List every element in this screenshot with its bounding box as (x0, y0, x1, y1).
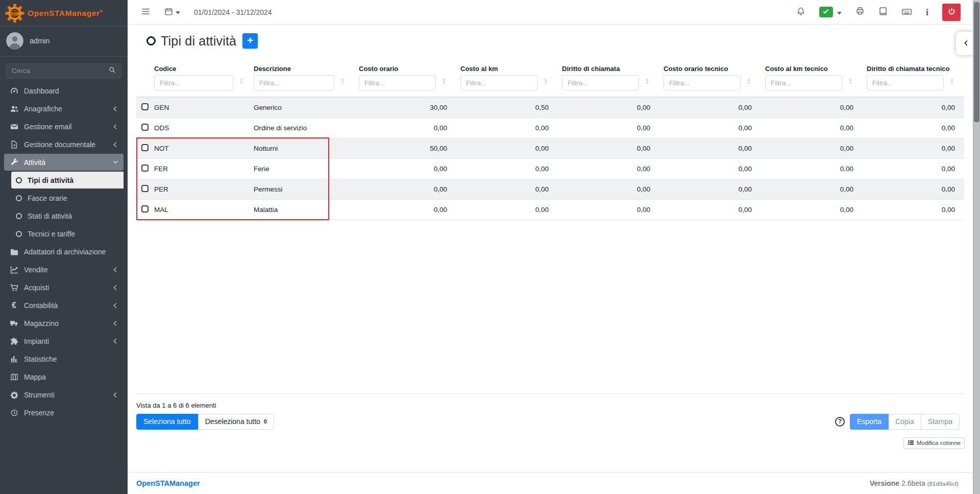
sidebar-link[interactable]: Gestione email (4, 118, 124, 135)
filter-input-diritto-di-chiamata[interactable] (562, 75, 639, 90)
column-header-costo-orario-tecnico[interactable]: Costo orario tecnico (659, 62, 761, 74)
sidebar-link[interactable]: Vendite (4, 261, 124, 278)
chevron-down-icon (112, 159, 119, 166)
sort-arrows[interactable]: ▲▼ (544, 78, 548, 85)
status-dropdown[interactable] (819, 7, 842, 17)
sidebar-link[interactable]: Dashboard (4, 82, 124, 99)
sidebar-item-label: Magazzino (24, 319, 59, 327)
circle-icon (16, 177, 22, 183)
filter-input-diritto-di-chiamata-tecnico[interactable] (867, 75, 944, 90)
scrollbar-thumb[interactable] (974, 2, 979, 122)
row-checkbox[interactable] (141, 144, 149, 151)
column-header-diritto-di-chiamata[interactable]: Diritto di chiamata (558, 62, 659, 74)
sidebar-link[interactable]: Impianti (4, 333, 124, 349)
column-header-costo-al-km[interactable]: Costo al km (456, 62, 558, 74)
row-checkbox[interactable] (141, 103, 149, 110)
copy-button[interactable]: Copia (889, 414, 921, 430)
table-row-fer[interactable]: FERFerie0,000,000,000,000,000,00 (136, 158, 964, 179)
add-record-button[interactable]: + (242, 33, 258, 49)
search-input[interactable] (6, 63, 104, 78)
sidebar-link[interactable]: Anagrafiche (4, 100, 124, 117)
sidebar-toggle-button[interactable] (141, 7, 151, 18)
row-checkbox-cell (136, 158, 154, 179)
vertical-scrollbar[interactable] (973, 0, 980, 494)
manual-button[interactable] (878, 7, 888, 17)
footer-brand-link[interactable]: OpenSTAManager (136, 479, 200, 487)
avatar[interactable] (6, 32, 23, 50)
sidebar-link[interactable]: Magazzino (4, 315, 124, 332)
row-checkbox[interactable] (141, 185, 149, 192)
chevron-left-icon (112, 338, 119, 345)
sidebar-link[interactable]: Adattatori di archiviazione (4, 243, 124, 260)
version-text: Versione 2.6beta (81d9a45cf) (870, 479, 959, 487)
logout-button[interactable] (942, 4, 961, 21)
table-row-gen[interactable]: GENGenerico30,000,500,000,000,000,00 (136, 97, 964, 117)
row-checkbox[interactable] (141, 205, 149, 213)
cell-description: Malattia (254, 199, 355, 220)
sidebar-subitem-tipi-di-attivit-[interactable]: Tipi di attività (11, 172, 124, 189)
filter-input-codice[interactable] (154, 75, 233, 90)
sidebar-link[interactable]: Mappa (4, 368, 124, 385)
notifications-button[interactable] (796, 7, 805, 17)
filter-input-descrizione[interactable] (254, 75, 334, 90)
shortcuts-button[interactable] (901, 6, 912, 18)
sidebar-subitem-tecnici-e-tariffe[interactable]: Tecnici e tariffe (11, 225, 124, 242)
row-checkbox[interactable] (141, 164, 149, 172)
filter-input-costo-al-km[interactable] (460, 75, 537, 90)
caret-down-icon (176, 8, 180, 16)
sidebar-subitem-label: Tecnici e tariffe (28, 230, 75, 238)
sidebar-link[interactable]: Acquisti (4, 279, 124, 296)
search-button[interactable] (104, 63, 121, 78)
print-button[interactable] (855, 7, 865, 17)
table-row-mal[interactable]: MALMalattia0,000,000,000,000,000,00 (136, 199, 964, 220)
column-header-descrizione[interactable]: Descrizione (254, 62, 355, 74)
sidebar-subitem-stati-di-attivit-[interactable]: Stati di attività (11, 207, 124, 224)
sidebar-item-label: Impianti (24, 337, 49, 345)
submenu: Tipi di attivitàFasce orarieStati di att… (4, 172, 124, 242)
export-button[interactable]: Esporta (850, 414, 889, 430)
filter-cell: ▲▼ (154, 74, 254, 97)
table-row-per[interactable]: PERPermessi0,000,000,000,000,000,00 (136, 179, 964, 199)
sort-arrows[interactable]: ▲▼ (340, 78, 345, 85)
sidebar-link[interactable]: €Contabilità (4, 297, 124, 314)
sidebar-nav: DashboardAnagraficheGestione emailGestio… (0, 82, 128, 421)
calendar-dropdown-button[interactable] (164, 7, 180, 17)
edit-columns-button[interactable]: Modifica colonne (903, 437, 965, 449)
sort-arrows[interactable]: ▲▼ (747, 78, 751, 85)
info-button[interactable]: i (926, 8, 928, 17)
document-icon (9, 140, 19, 149)
sidebar-link[interactable]: Attività (4, 154, 124, 171)
table-row-ods[interactable]: ODSOrdine di servizio0,000,000,000,000,0… (136, 117, 964, 138)
sort-arrows[interactable]: ▲▼ (950, 78, 954, 85)
row-checkbox[interactable] (141, 124, 149, 131)
sort-arrows[interactable]: ▲▼ (645, 78, 649, 85)
sidebar-item-gestione-email: Gestione email (4, 118, 124, 135)
column-header-costo-orario[interactable]: Costo orario (355, 62, 456, 74)
filter-input-costo-orario-tecnico[interactable] (664, 75, 741, 90)
status-ok-button[interactable] (819, 7, 833, 17)
filter-cell: ▲▼ (863, 74, 964, 97)
sort-arrows[interactable]: ▲▼ (848, 78, 852, 85)
sidebar-item-label: Vendite (24, 266, 48, 274)
brand[interactable]: OSM OpenSTAManager® (0, 0, 128, 27)
table-row-not[interactable]: NOTNotturni50,000,000,000,000,000,00 (136, 138, 964, 158)
print-table-button[interactable]: Stampa (921, 414, 960, 430)
sidebar-link[interactable]: Strumenti (4, 386, 124, 403)
page-header: Tipi di attività + (128, 25, 980, 49)
sidebar-link[interactable]: Statistiche (4, 350, 124, 367)
select-all-button[interactable]: Seleziona tutto (136, 414, 198, 430)
column-header-codice[interactable]: Codice (154, 62, 254, 74)
date-range[interactable]: 01/01/2024 - 31/12/2024 (194, 8, 272, 16)
deselect-all-button[interactable]: Deseleziona tutto 0 (198, 414, 274, 430)
sidebar-link[interactable]: Presenze (4, 404, 124, 421)
sort-arrows[interactable]: ▲▼ (239, 78, 243, 85)
column-header-costo-al-km-tecnico[interactable]: Costo al km tecnico (761, 62, 863, 74)
sidebar-link[interactable]: Gestione documentale (4, 136, 124, 153)
filter-input-costo-al-km-tecnico[interactable] (765, 75, 842, 90)
column-header-diritto-di-chiamata-tecnico[interactable]: Diritto di chiamata tecnico (863, 62, 964, 74)
list-info: Vista da 1 a 6 di 6 elementi (136, 402, 980, 409)
help-icon[interactable]: ? (835, 417, 845, 427)
sort-arrows[interactable]: ▲▼ (442, 78, 446, 85)
filter-input-costo-orario[interactable] (359, 75, 436, 90)
sidebar-subitem-fasce-orarie[interactable]: Fasce orarie (11, 190, 124, 206)
